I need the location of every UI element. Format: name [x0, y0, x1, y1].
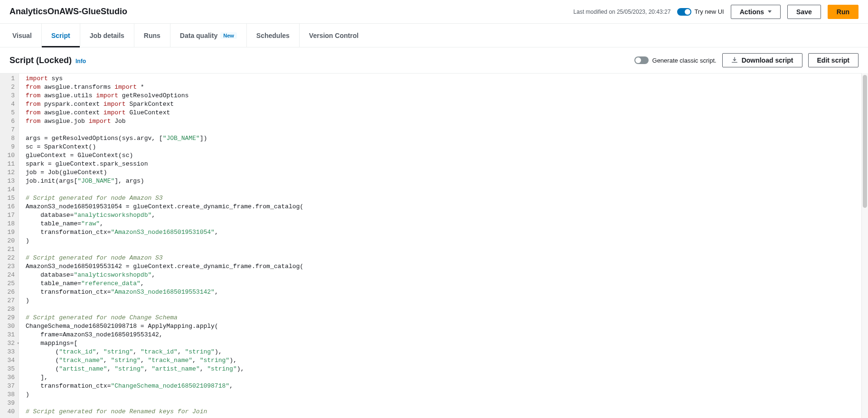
code-line[interactable]: ): [26, 297, 868, 305]
line-number: 26: [2, 288, 15, 297]
code-line[interactable]: from awsglue.utils import getResolvedOpt…: [26, 92, 868, 100]
line-number: 24: [2, 271, 15, 279]
line-number: 10: [2, 151, 15, 160]
code-line[interactable]: ("artist_name", "string", "artist_name",…: [26, 365, 868, 373]
line-number: 23: [2, 262, 15, 271]
code-line[interactable]: ): [26, 237, 868, 245]
line-number: 21: [2, 245, 15, 254]
toggle-switch-icon[interactable]: [677, 8, 691, 16]
code-line[interactable]: job.init(args["JOB_NAME"], args): [26, 177, 868, 186]
code-line[interactable]: from awsglue.transforms import *: [26, 83, 868, 92]
code-line[interactable]: # Script generated for node Renamed keys…: [26, 408, 868, 416]
code-line[interactable]: [26, 305, 868, 314]
script-locked-title: Script (Locked): [9, 56, 72, 65]
subheader-left: Script (Locked) Info: [9, 56, 86, 65]
code-area[interactable]: import sysfrom awsglue.transforms import…: [19, 74, 868, 418]
line-number: 14: [2, 186, 15, 194]
line-number: 37: [2, 382, 15, 390]
code-line[interactable]: # Script generated for node Amazon S3: [26, 194, 868, 203]
tab-script[interactable]: Script: [42, 24, 80, 47]
line-number: 25: [2, 279, 15, 288]
code-line[interactable]: job = Job(glueContext): [26, 168, 868, 177]
info-link[interactable]: Info: [75, 58, 86, 65]
line-number: 13: [2, 177, 15, 186]
code-line[interactable]: sc = SparkContext(): [26, 143, 868, 151]
actions-button-label: Actions: [740, 8, 764, 16]
tab-label: Job details: [90, 32, 124, 39]
line-number: 12: [2, 168, 15, 177]
tab-label: Version Control: [309, 32, 359, 39]
code-line[interactable]: glueContext = GlueContext(sc): [26, 151, 868, 160]
tab-data-quality[interactable]: Data quality New: [170, 24, 247, 47]
new-badge: New: [220, 32, 237, 39]
edit-script-button[interactable]: Edit script: [808, 53, 859, 67]
code-line[interactable]: mappings=[: [26, 339, 868, 348]
code-line[interactable]: database="analyticsworkshopdb",: [26, 211, 868, 220]
code-line[interactable]: args = getResolvedOptions(sys.argv, ["JO…: [26, 134, 868, 143]
code-line[interactable]: # Script generated for node Change Schem…: [26, 314, 868, 322]
toggle-off-icon[interactable]: [634, 56, 649, 64]
line-number: 5: [2, 109, 15, 117]
code-line[interactable]: transformation_ctx="ChangeSchema_node168…: [26, 382, 868, 390]
tab-schedules[interactable]: Schedules: [247, 24, 300, 47]
code-line[interactable]: ): [26, 390, 868, 399]
generate-classic-toggle[interactable]: Generate classic script.: [634, 56, 717, 64]
code-line[interactable]: [26, 126, 868, 134]
code-line[interactable]: frame=AmazonS3_node1685019553142,: [26, 331, 868, 339]
tab-label: Schedules: [256, 32, 290, 39]
line-number: 34: [2, 356, 15, 365]
tab-version-control[interactable]: Version Control: [300, 24, 368, 47]
tab-label: Data quality: [180, 32, 217, 39]
tab-label: Script: [51, 32, 70, 39]
tab-runs[interactable]: Runs: [134, 24, 170, 47]
tab-visual[interactable]: Visual: [3, 24, 42, 47]
line-number: 28: [2, 305, 15, 314]
line-number: 39: [2, 399, 15, 408]
code-line[interactable]: transformation_ctx="AmazonS3_node1685019…: [26, 228, 868, 237]
subheader-right: Generate classic script. Download script…: [634, 53, 859, 67]
save-button[interactable]: Save: [787, 5, 821, 19]
code-line[interactable]: ChangeSchema_node1685021098718 = ApplyMa…: [26, 322, 868, 331]
line-number: 9: [2, 143, 15, 151]
code-line[interactable]: import sys: [26, 74, 868, 83]
line-number: 38: [2, 390, 15, 399]
code-line[interactable]: [26, 186, 868, 194]
line-number: 17: [2, 211, 15, 220]
code-line[interactable]: # Script generated for node Amazon S3: [26, 254, 868, 262]
download-script-button[interactable]: Download script: [722, 53, 802, 67]
try-new-ui-toggle[interactable]: Try new UI: [677, 8, 724, 16]
code-line[interactable]: spark = glueContext.spark_session: [26, 160, 868, 168]
code-line[interactable]: ("track_id", "string", "track_id", "stri…: [26, 348, 868, 356]
scrollbar-thumb[interactable]: [863, 75, 867, 208]
code-line[interactable]: ("track_name", "string", "track_name", "…: [26, 356, 868, 365]
scrollbar-vertical[interactable]: [861, 73, 868, 418]
code-line[interactable]: database="analyticsworkshopdb",: [26, 271, 868, 279]
code-line[interactable]: AmazonS3_node1685019553142 = glueContext…: [26, 262, 868, 271]
line-gutter: 1234567891011121314151617181920212223242…: [0, 74, 19, 418]
code-line[interactable]: AmazonS3_node1685019531054 = glueContext…: [26, 203, 868, 211]
download-script-label: Download script: [742, 56, 793, 64]
caret-down-icon: [768, 10, 772, 13]
code-line[interactable]: from pyspark.context import SparkContext: [26, 100, 868, 109]
code-line[interactable]: transformation_ctx="AmazonS3_node1685019…: [26, 288, 868, 297]
line-number: 2: [2, 83, 15, 92]
run-button[interactable]: Run: [828, 5, 859, 19]
try-new-ui-label: Try new UI: [694, 8, 724, 15]
tab-label: Visual: [12, 32, 32, 39]
line-number: 22: [2, 254, 15, 262]
line-number: 11: [2, 160, 15, 168]
code-line[interactable]: table_name="raw",: [26, 220, 868, 228]
line-number: 3: [2, 92, 15, 100]
last-modified-text: Last modified on 25/05/2023, 20:43:27: [574, 9, 671, 15]
code-line[interactable]: table_name="reference_data",: [26, 279, 868, 288]
code-editor[interactable]: 1234567891011121314151617181920212223242…: [0, 74, 868, 418]
tab-job-details[interactable]: Job details: [80, 24, 134, 47]
generate-classic-label: Generate classic script.: [652, 57, 717, 64]
line-number: 30: [2, 322, 15, 331]
code-line[interactable]: [26, 399, 868, 408]
code-line[interactable]: [26, 245, 868, 254]
code-line[interactable]: from awsglue.job import Job: [26, 117, 868, 126]
code-line[interactable]: ],: [26, 373, 868, 382]
actions-button[interactable]: Actions: [731, 5, 781, 19]
code-line[interactable]: from awsglue.context import GlueContext: [26, 109, 868, 117]
